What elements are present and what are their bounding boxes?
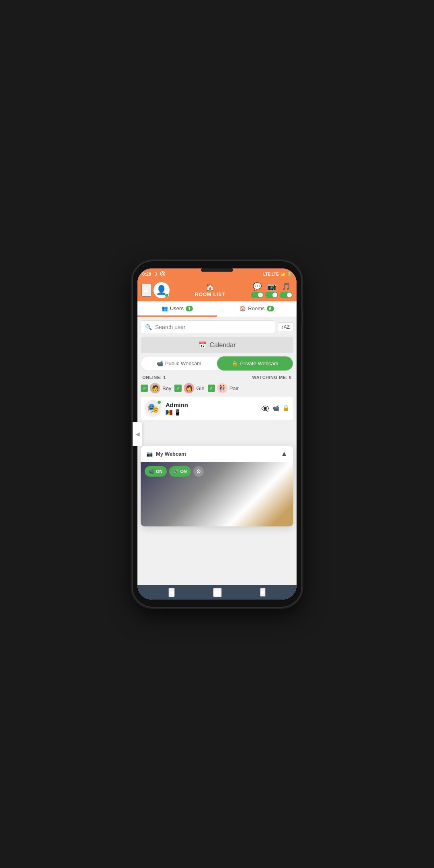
adminn-online-dot bbox=[157, 400, 162, 405]
sort-button[interactable]: ↕AZ bbox=[278, 322, 293, 332]
phone-frame: 0:20 ☽ ⓪ LTE LTE 📶 🔋 ≡ 👤 🏠 ROOM LIST bbox=[133, 261, 301, 607]
online-count: ONLINE: 1 bbox=[142, 375, 166, 380]
users-badge: 1 bbox=[186, 306, 193, 311]
nav-icons: 💬 📷 🎵 bbox=[251, 282, 293, 298]
video-btn-label: ON bbox=[156, 469, 163, 474]
flag-moldova: 🇲🇩 bbox=[166, 409, 172, 416]
page-title: ROOM LIST bbox=[195, 292, 225, 297]
moon-icon: ☽ bbox=[154, 272, 158, 277]
audio-btn-icon: 🔊 bbox=[173, 469, 179, 474]
private-webcam-label: Private Webcam bbox=[240, 360, 278, 366]
filter-pair[interactable]: 👫 Pair bbox=[208, 383, 239, 393]
user-avatar[interactable]: 👤 bbox=[154, 282, 170, 298]
webcam-body: 📹 ON 🔊 ON ⚙ bbox=[141, 462, 293, 526]
webcam-toggle-nav[interactable] bbox=[265, 292, 278, 298]
pair-checkbox[interactable] bbox=[208, 385, 215, 392]
audio-on-btn[interactable]: 🔊 ON bbox=[169, 466, 191, 477]
main-content: 👥 Users 1 🏠 Rooms 6 🔍 ↕AZ bbox=[137, 301, 297, 585]
phone-screen: 0:20 ☽ ⓪ LTE LTE 📶 🔋 ≡ 👤 🏠 ROOM LIST bbox=[137, 268, 297, 600]
power-button[interactable] bbox=[301, 309, 303, 326]
online-indicator bbox=[165, 293, 169, 297]
calendar-icon: 📅 bbox=[199, 341, 207, 349]
public-webcam-btn[interactable]: 📹 Public Webcam bbox=[141, 356, 217, 371]
user-list: 🎭 Adminn 🇲🇩 📱 👁‍🗨 📹 🔒 bbox=[137, 397, 297, 422]
eye-slash-icon[interactable]: 👁‍🗨 bbox=[261, 405, 269, 412]
recents-button[interactable]: ■ bbox=[260, 588, 266, 597]
search-input[interactable] bbox=[155, 324, 271, 330]
music-nav-btn[interactable]: 🎵 bbox=[280, 282, 293, 298]
user-info: Adminn 🇲🇩 📱 bbox=[166, 401, 257, 416]
signal-bars: 📶 bbox=[280, 272, 285, 276]
boy-label: Boy bbox=[162, 385, 171, 391]
nav-title-section: 🏠 ROOM LIST bbox=[172, 283, 248, 297]
rooms-icon: 🏠 bbox=[240, 305, 246, 311]
webcam-nav-icon: 📷 bbox=[267, 282, 276, 291]
user-row[interactable]: 🎭 Adminn 🇲🇩 📱 👁‍🗨 📹 🔒 bbox=[141, 397, 293, 420]
music-icon: 🎵 bbox=[282, 282, 291, 291]
pair-label: Pair bbox=[229, 385, 239, 391]
music-toggle[interactable] bbox=[280, 292, 293, 298]
boy-avatar: 🧑 bbox=[150, 383, 160, 393]
search-section: 🔍 ↕AZ bbox=[141, 320, 293, 334]
menu-button[interactable]: ≡ bbox=[141, 284, 151, 297]
notch bbox=[201, 268, 233, 272]
adminn-avatar-icon: 🎭 bbox=[147, 403, 159, 414]
tabs: 👥 Users 1 🏠 Rooms 6 bbox=[137, 301, 297, 317]
home-icon: 🏠 bbox=[206, 283, 215, 292]
online-stats: ONLINE: 1 WATCHING ME: 0 bbox=[142, 375, 292, 380]
calendar-label: Calendar bbox=[210, 342, 236, 349]
boy-checkbox[interactable] bbox=[141, 385, 148, 392]
rooms-tab-label: Rooms bbox=[248, 305, 264, 311]
audio-btn-label: ON bbox=[180, 469, 187, 474]
tab-users[interactable]: 👥 Users 1 bbox=[137, 301, 217, 317]
spacer bbox=[137, 530, 297, 585]
chevron-left-icon: ◀ bbox=[137, 431, 140, 437]
search-icon: 🔍 bbox=[145, 324, 152, 330]
webcam-nav-btn[interactable]: 📷 bbox=[265, 282, 278, 298]
video-btn-icon: 📹 bbox=[149, 469, 154, 474]
webcam-panel: 📷 My webcam ▲ 📹 ON 🔊 ON bbox=[141, 446, 293, 526]
private-webcam-btn[interactable]: 🔒 Private Webcam bbox=[217, 356, 293, 371]
chat-nav-btn[interactable]: 💬 bbox=[251, 282, 264, 298]
watching-count: WATCHING ME: 0 bbox=[252, 375, 292, 380]
webcam-header-left: 📷 My webcam bbox=[146, 451, 186, 457]
users-icon: 👥 bbox=[162, 305, 168, 311]
device-icon: 📱 bbox=[174, 409, 181, 416]
pair-avatar: 👫 bbox=[217, 383, 227, 393]
tab-rooms[interactable]: 🏠 Rooms 6 bbox=[217, 301, 297, 317]
back-button[interactable]: ◀ bbox=[168, 588, 175, 597]
sidebar-handle[interactable]: ◀ bbox=[137, 422, 142, 446]
user-flags: 🇲🇩 📱 bbox=[166, 409, 257, 416]
webcam-type-toggle: 📹 Public Webcam 🔒 Private Webcam bbox=[141, 356, 293, 371]
filter-row: 🧑 Boy 👩 Girl 👫 Pair bbox=[141, 383, 293, 393]
chat-toggle[interactable] bbox=[251, 292, 264, 298]
user-actions: 👁‍🗨 📹 🔒 bbox=[261, 405, 289, 412]
pocket-icon: ⓪ bbox=[160, 270, 165, 278]
chat-icon: 💬 bbox=[253, 282, 262, 291]
user-name: Adminn bbox=[166, 401, 257, 408]
webcam-settings-btn[interactable]: ⚙ bbox=[193, 466, 204, 477]
status-right: LTE LTE 📶 🔋 bbox=[263, 272, 292, 276]
calendar-bar[interactable]: 📅 Calendar bbox=[141, 337, 293, 353]
webcam-collapse-btn[interactable]: ▲ bbox=[280, 450, 288, 458]
lte-signal: LTE LTE bbox=[263, 272, 279, 276]
public-webcam-icon: 📹 bbox=[157, 360, 163, 366]
webcam-controls: 📹 ON 🔊 ON ⚙ bbox=[145, 466, 204, 477]
nav-bar: ≡ 👤 🏠 ROOM LIST 💬 📷 🎵 bbox=[137, 280, 297, 301]
search-bar[interactable]: 🔍 bbox=[141, 320, 275, 334]
filter-boy[interactable]: 🧑 Boy bbox=[141, 383, 171, 393]
lock-icon[interactable]: 🔒 bbox=[283, 405, 289, 412]
settings-gear-icon: ⚙ bbox=[196, 468, 201, 475]
home-button[interactable]: ⬤ bbox=[213, 588, 222, 597]
video-icon[interactable]: 📹 bbox=[272, 405, 279, 412]
users-tab-label: Users bbox=[170, 305, 184, 311]
public-webcam-label: Public Webcam bbox=[165, 360, 201, 366]
user-avatar-adminn: 🎭 bbox=[145, 400, 162, 417]
filter-girl[interactable]: 👩 Girl bbox=[174, 383, 204, 393]
status-left: 0:20 ☽ ⓪ bbox=[142, 270, 165, 278]
video-on-btn[interactable]: 📹 ON bbox=[145, 466, 167, 477]
girl-checkbox[interactable] bbox=[174, 385, 182, 392]
girl-avatar: 👩 bbox=[184, 383, 194, 393]
rooms-badge: 6 bbox=[267, 306, 274, 311]
webcam-panel-header: 📷 My webcam ▲ bbox=[141, 446, 293, 462]
